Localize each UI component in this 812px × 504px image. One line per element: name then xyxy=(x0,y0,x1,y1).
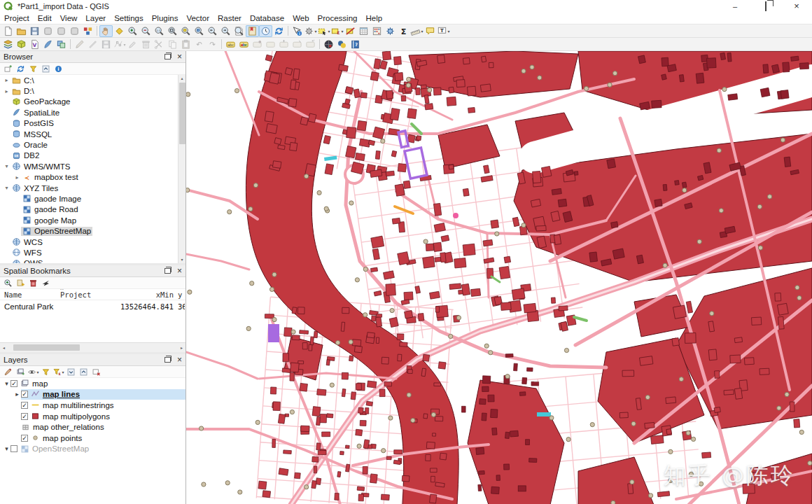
layer-checkbox[interactable]: ✓ xyxy=(21,413,28,420)
remove-layer-button[interactable] xyxy=(90,367,102,377)
browser-item-spatialite[interactable]: SpatiaLite xyxy=(0,107,186,118)
delete-selected-button[interactable] xyxy=(139,38,153,50)
run-feature-action-button[interactable]: ▾ xyxy=(304,25,317,37)
close-panel-icon[interactable]: × xyxy=(177,267,182,274)
browser-vscrollbar[interactable]: ▴▾ xyxy=(178,75,186,263)
browser-item-openstreetmap[interactable]: OpenStreetMap xyxy=(0,225,186,236)
browser-item-gaode-image[interactable]: gaode Image xyxy=(0,193,186,204)
grass-tools-button[interactable] xyxy=(322,38,335,50)
menu-item-edit[interactable]: Edit xyxy=(34,14,56,22)
new-map-view-button[interactable] xyxy=(232,25,246,37)
refresh-map-button[interactable] xyxy=(272,25,286,37)
add-bookmark-button[interactable] xyxy=(15,278,27,288)
copy-features-button[interactable] xyxy=(166,38,179,50)
show-layout-manager-button[interactable] xyxy=(68,25,81,37)
bookmarks-hscrollbar[interactable]: ◂ ▸ xyxy=(0,342,186,352)
browser-item-postgis[interactable]: PostGIS xyxy=(0,118,186,129)
zoom-last-button[interactable] xyxy=(206,25,219,37)
open-attribute-table-button[interactable] xyxy=(357,25,370,37)
menu-item-processing[interactable]: Processing xyxy=(314,14,362,22)
statistical-summary-button[interactable]: Σ xyxy=(397,25,410,37)
minimize-button[interactable]: – xyxy=(720,0,750,13)
change-label-button[interactable]: ↵ xyxy=(304,38,317,50)
data-source-manager-button[interactable] xyxy=(1,38,15,50)
toggle-editing-button[interactable] xyxy=(73,38,86,50)
pan-map-button[interactable] xyxy=(99,25,113,37)
browser-item-ows[interactable]: OWS xyxy=(0,258,186,263)
browser-item-mapbox-test[interactable]: ▸≺mapbox test xyxy=(0,172,186,183)
zoom-full-button[interactable] xyxy=(166,25,179,37)
browser-item-oracle[interactable]: Oracle xyxy=(0,139,186,150)
expander-icon[interactable]: ▾ xyxy=(3,163,10,169)
select-features-button[interactable]: ▾ xyxy=(317,25,330,37)
layer-item-openstreetmap[interactable]: ▾OpenStreetMap xyxy=(0,444,186,455)
layer-item-map-multilinestrings[interactable]: ✓map multilinestrings xyxy=(0,400,186,411)
field-calculator-button[interactable] xyxy=(370,25,384,37)
bookmarks-table-header[interactable]: NameProjectxMiny^ xyxy=(0,289,186,300)
rotate-label-button[interactable] xyxy=(290,38,304,50)
show-spatial-bookmarks-button[interactable] xyxy=(246,25,259,37)
filter-legend-button[interactable] xyxy=(40,367,52,377)
style-manager-button[interactable] xyxy=(81,25,94,37)
digitize-segment-button[interactable] xyxy=(86,38,99,50)
browser-item-google-map[interactable]: google Map xyxy=(0,215,186,225)
menu-item-raster[interactable]: Raster xyxy=(214,14,246,22)
pin-labels-button[interactable] xyxy=(251,38,264,50)
float-panel-icon[interactable] xyxy=(164,357,171,363)
open-project-button[interactable] xyxy=(15,25,28,37)
modify-attributes-button[interactable] xyxy=(126,38,139,50)
browser-item-mssql[interactable]: MSSQL xyxy=(0,129,186,139)
layer-diagram-button[interactable]: abc xyxy=(237,38,251,50)
browser-item-gaode-road[interactable]: gaode Road xyxy=(0,204,186,215)
scrollbar-thumb[interactable] xyxy=(179,83,186,144)
cut-features-button[interactable] xyxy=(153,38,166,50)
new-shapefile-layer-button[interactable]: V xyxy=(28,38,41,50)
dropdown-arrow-icon[interactable]: ▾ xyxy=(447,29,449,34)
collapse-all-button[interactable] xyxy=(78,367,90,377)
browser-item-xyz-tiles[interactable]: ▾XYZ Tiles xyxy=(0,183,186,193)
expander-icon[interactable]: ▸ xyxy=(13,391,21,398)
layer-item-map-multipolygons[interactable]: ✓map multipolygons xyxy=(0,411,186,422)
layer-checkbox[interactable]: ✓ xyxy=(21,391,28,398)
map-tips-button[interactable] xyxy=(424,25,437,37)
add-selected-layers-button[interactable] xyxy=(2,64,14,74)
browser-item-c[interactable]: ▸C:\ xyxy=(0,75,186,85)
delete-bookmark-button[interactable] xyxy=(27,278,39,288)
save-layer-edits-button[interactable] xyxy=(99,38,113,50)
browser-item-wms-wmts[interactable]: ▾WMS/WMTS xyxy=(0,161,186,172)
scroll-left-icon[interactable]: ◂ xyxy=(0,345,8,350)
zoom-out-button[interactable] xyxy=(139,25,153,37)
browser-item-wfs[interactable]: WFS xyxy=(0,247,186,258)
open-layer-styling-button[interactable] xyxy=(2,367,14,377)
measure-button[interactable]: ▾ xyxy=(410,25,424,37)
move-label-button[interactable] xyxy=(277,38,290,50)
menu-item-help[interactable]: Help xyxy=(361,14,386,22)
browser-item-db2[interactable]: DBDB2 xyxy=(0,150,186,161)
browser-item-d[interactable]: ▸D:\ xyxy=(0,85,186,96)
layer-item-map-points[interactable]: ✓map points xyxy=(0,433,186,444)
zoom-to-bookmark-button[interactable] xyxy=(2,278,14,288)
temporal-controller-button[interactable] xyxy=(259,25,272,37)
expander-icon[interactable]: ▾ xyxy=(3,380,10,387)
zoom-next-button[interactable] xyxy=(219,25,232,37)
save-project-as-button[interactable] xyxy=(41,25,55,37)
new-virtual-layer-button[interactable] xyxy=(55,38,68,50)
paste-features-button[interactable] xyxy=(179,38,192,50)
menu-item-web[interactable]: Web xyxy=(288,14,313,22)
zoom-in-button[interactable] xyxy=(126,25,139,37)
close-panel-icon[interactable]: × xyxy=(177,356,182,363)
expander-icon[interactable]: ▸ xyxy=(3,77,10,83)
text-annotation-button[interactable]: T▾ xyxy=(437,25,450,37)
expand-all-button[interactable] xyxy=(65,367,77,377)
scroll-up-icon[interactable]: ▴ xyxy=(178,75,186,82)
menu-item-vector[interactable]: Vector xyxy=(182,14,214,22)
deselect-features-button[interactable] xyxy=(344,25,357,37)
restore-button[interactable] xyxy=(750,0,781,13)
menu-item-settings[interactable]: Settings xyxy=(110,14,148,22)
float-panel-icon[interactable] xyxy=(164,54,171,59)
select-by-expression-button[interactable]: ε▾ xyxy=(330,25,344,37)
identify-features-button[interactable]: i xyxy=(290,25,304,37)
browser-item-geopackage[interactable]: GeoPackage xyxy=(0,97,186,107)
save-project-button[interactable] xyxy=(28,25,41,37)
refresh-browser-button[interactable] xyxy=(15,64,27,74)
